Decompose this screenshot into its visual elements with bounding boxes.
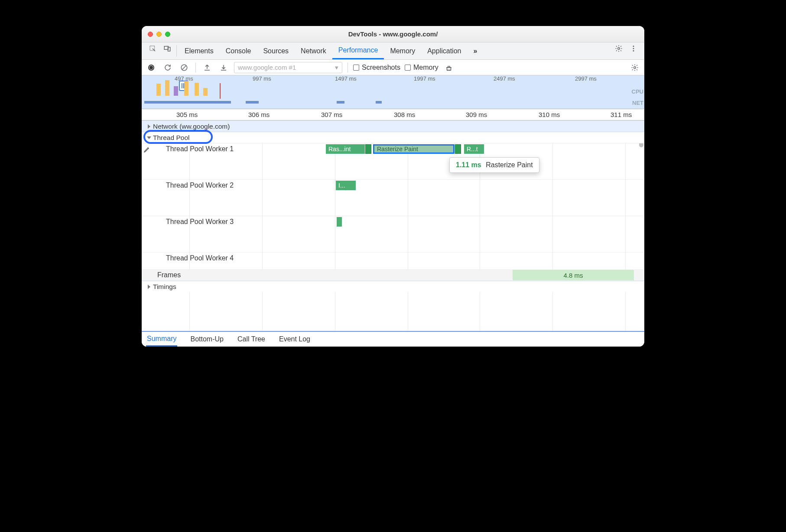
annotation-highlight xyxy=(143,130,213,144)
tab-sources[interactable]: Sources xyxy=(257,42,295,59)
svg-point-10 xyxy=(448,70,448,71)
thread-row-worker-3: Thread Pool Worker 3 xyxy=(142,216,644,252)
tab-memory[interactable]: Memory xyxy=(384,42,421,59)
screenshots-checkbox[interactable]: Screenshots xyxy=(353,64,400,71)
inspect-icon[interactable] xyxy=(145,42,160,55)
clear-button[interactable] xyxy=(178,62,190,74)
thread-row-worker-4: Thread Pool Worker 4 xyxy=(142,252,644,269)
frame-block[interactable]: 4.8 ms xyxy=(513,270,634,280)
task-block[interactable]: R...t xyxy=(464,144,484,154)
tab-event-log[interactable]: Event Log xyxy=(278,333,311,346)
tab-elements[interactable]: Elements xyxy=(179,42,220,59)
record-button[interactable] xyxy=(145,62,157,74)
tab-performance[interactable]: Performance xyxy=(332,42,384,59)
tab-call-tree[interactable]: Call Tree xyxy=(237,333,266,346)
svg-point-4 xyxy=(633,45,634,47)
pencil-icon[interactable] xyxy=(143,146,150,155)
capture-settings-gear-icon[interactable] xyxy=(629,62,641,74)
devtools-window: DevTools - www.google.com/ Elements Cons… xyxy=(142,26,644,347)
task-block[interactable] xyxy=(337,217,342,227)
section-frames[interactable]: Frames 4.8 ms xyxy=(142,269,644,281)
task-block[interactable] xyxy=(365,144,371,154)
task-block[interactable]: I... xyxy=(336,181,356,190)
chevron-down-icon: ▾ xyxy=(335,64,338,71)
timeline-ruler[interactable]: 305 ms 306 ms 307 ms 308 ms 309 ms 310 m… xyxy=(142,109,644,120)
disclosure-triangle-icon xyxy=(148,285,150,289)
svg-point-11 xyxy=(449,70,450,71)
details-tabbar: Summary Bottom-Up Call Tree Event Log xyxy=(142,331,644,347)
svg-point-3 xyxy=(618,48,620,50)
settings-gear-icon[interactable] xyxy=(611,42,626,55)
profile-selector[interactable]: www.google.com #1 ▾ xyxy=(234,62,342,73)
task-rasterize[interactable]: Ras...int xyxy=(326,144,365,154)
tab-console[interactable]: Console xyxy=(220,42,257,59)
thread-row-worker-1: Thread Pool Worker 1 Ras...int Rasterize… xyxy=(142,143,644,179)
performance-toolbar: www.google.com #1 ▾ Screenshots Memory xyxy=(142,60,644,75)
disclosure-triangle-icon xyxy=(148,124,150,129)
tabs-overflow-button[interactable]: » xyxy=(467,42,483,59)
svg-point-6 xyxy=(633,50,634,52)
flame-chart[interactable]: Network (ww.google.com) Thread Pool Thre… xyxy=(142,120,644,331)
device-toolbar-icon[interactable] xyxy=(160,42,175,55)
tab-application[interactable]: Application xyxy=(421,42,467,59)
memory-checkbox[interactable]: Memory xyxy=(405,64,438,71)
section-timings[interactable]: Timings xyxy=(142,281,644,292)
titlebar: DevTools - www.google.com/ xyxy=(142,26,644,42)
profile-selector-label: www.google.com #1 xyxy=(238,64,296,71)
upload-profile-icon[interactable] xyxy=(201,62,213,74)
kebab-menu-icon[interactable] xyxy=(626,42,641,55)
svg-point-12 xyxy=(634,66,636,68)
garbage-collect-icon[interactable] xyxy=(443,62,455,74)
panel-tabbar: Elements Console Sources Network Perform… xyxy=(142,42,644,60)
section-network[interactable]: Network (ww.google.com) xyxy=(142,120,644,132)
task-rasterize-paint-selected[interactable]: Rasterize Paint xyxy=(373,144,455,154)
tab-bottom-up[interactable]: Bottom-Up xyxy=(189,333,224,346)
hover-tooltip: 1.11 ms Rasterize Paint xyxy=(449,157,539,173)
download-profile-icon[interactable] xyxy=(218,62,230,74)
thread-row-worker-2: Thread Pool Worker 2 I... xyxy=(142,179,644,216)
reload-button[interactable] xyxy=(162,62,174,74)
tab-summary[interactable]: Summary xyxy=(146,332,177,347)
window-title: DevTools - www.google.com/ xyxy=(142,30,644,38)
timeline-overview[interactable]: 497 ms 997 ms 1497 ms 1997 ms 2497 ms 29… xyxy=(142,75,644,109)
section-thread-pool[interactable]: Thread Pool xyxy=(142,132,644,143)
tab-network[interactable]: Network xyxy=(295,42,332,59)
svg-line-8 xyxy=(182,65,186,69)
task-block[interactable] xyxy=(455,144,461,154)
svg-point-5 xyxy=(633,48,634,49)
